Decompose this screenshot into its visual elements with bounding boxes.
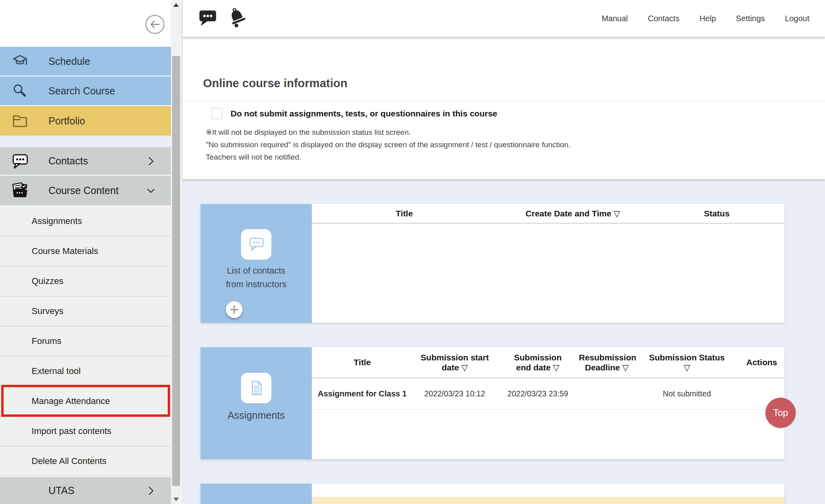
sidebar-subitem-manage-attendance[interactable]: Manage Attendance bbox=[0, 386, 171, 416]
course-content-box-icon bbox=[10, 181, 30, 200]
sidebar-item-schedule[interactable]: Schedule bbox=[0, 47, 171, 76]
sidebar-subitem-import-past-contents[interactable]: Import past contents bbox=[0, 416, 171, 446]
no-submit-option-row: Do not submit assignments, tests, or que… bbox=[211, 108, 497, 119]
next-card-table bbox=[312, 484, 785, 504]
course-info-section: Online course information Do not submit … bbox=[183, 37, 825, 179]
chevron-right-icon bbox=[145, 485, 157, 496]
no-submit-checkbox[interactable] bbox=[211, 108, 223, 119]
page-title: Online course information bbox=[203, 77, 347, 90]
header-submission-status-sort[interactable]: Submission Status ▽ bbox=[635, 352, 739, 372]
contacts-panel-label-line2: from instructors bbox=[201, 278, 312, 291]
header-line2: date ▽ bbox=[413, 362, 497, 372]
no-submit-checkbox-label: Do not submit assignments, tests, or que… bbox=[231, 109, 497, 118]
sidebar-collapse-button[interactable] bbox=[144, 14, 166, 35]
contacts-panel-label-line1: List of contacts bbox=[201, 264, 312, 278]
triangle-up-icon bbox=[173, 3, 179, 7]
sidebar-item-portfolio[interactable]: Portfolio bbox=[0, 106, 171, 136]
scrollbar-up-arrow[interactable] bbox=[171, 0, 181, 10]
sidebar-item-course-content[interactable]: Course Content bbox=[0, 176, 171, 206]
assignment-end-date: 2022/03/23 23:59 bbox=[497, 389, 579, 398]
highlighted-table-row bbox=[312, 497, 785, 504]
chat-bubble-icon bbox=[198, 8, 218, 28]
header-submission-end-sort[interactable]: Submission end date ▽ bbox=[497, 352, 579, 372]
top-menu: Manual Contacts Help Settings Logout bbox=[602, 0, 809, 37]
sidebar-subitem-external-tool[interactable]: External tool bbox=[0, 356, 171, 386]
add-contact-button[interactable] bbox=[226, 301, 243, 318]
search-icon bbox=[10, 81, 30, 100]
sidebar-scrollbar[interactable] bbox=[171, 0, 181, 504]
contacts-table: Title Create Date and Time ▽ Status bbox=[312, 204, 785, 323]
header-line2: end date ▽ bbox=[497, 362, 579, 372]
assignment-table-row: Assignment for Class 1 2022/03/23 10:12 … bbox=[312, 378, 785, 410]
assignment-title-link[interactable]: Assignment for Class 1 bbox=[312, 389, 413, 399]
header-submission-start-sort[interactable]: Submission start date ▽ bbox=[413, 352, 497, 372]
sidebar-item-contacts[interactable]: Contacts bbox=[0, 147, 171, 175]
contacts-table-header: Title Create Date and Time ▽ Status bbox=[312, 204, 785, 224]
sidebar-subitem-forums[interactable]: Forums bbox=[0, 326, 171, 356]
menu-item-manual[interactable]: Manual bbox=[602, 14, 628, 23]
menu-item-settings[interactable]: Settings bbox=[736, 14, 765, 23]
course-content-submenu: Assignments Course Materials Quizzes Sur… bbox=[0, 206, 171, 476]
subitem-label: Course Materials bbox=[32, 246, 98, 256]
sidebar-subitem-assignments[interactable]: Assignments bbox=[0, 206, 171, 236]
contacts-from-instructors-card: List of contacts from instructors Title … bbox=[201, 204, 785, 323]
chevron-right-icon bbox=[145, 156, 157, 167]
subitem-label: Assignments bbox=[32, 216, 82, 226]
speech-bubble-icon bbox=[10, 152, 30, 171]
header-line2: ▽ bbox=[635, 362, 739, 372]
sidebar-item-label: UTAS bbox=[48, 485, 74, 496]
note-line-1: ※It will not be displayed on the submiss… bbox=[206, 128, 411, 137]
assignment-start-date: 2022/03/23 10:12 bbox=[413, 389, 497, 398]
main-content: Manual Contacts Help Settings Logout Onl… bbox=[182, 0, 825, 504]
subitem-label: Import past contents bbox=[32, 426, 111, 436]
assignments-panel-icon-tile bbox=[241, 373, 271, 403]
sidebar-subitem-quizzes[interactable]: Quizzes bbox=[0, 266, 171, 296]
assignments-panel-label: Assignments bbox=[201, 408, 312, 422]
menu-item-contacts[interactable]: Contacts bbox=[648, 14, 679, 23]
header-actions: Actions bbox=[739, 357, 785, 367]
header-line1: Submission bbox=[497, 352, 579, 362]
next-card-panel bbox=[201, 484, 312, 504]
scrollbar-thumb[interactable] bbox=[172, 56, 180, 486]
header-resubmission-deadline-sort[interactable]: Resubmission Deadline ▽ bbox=[579, 352, 635, 372]
section-divider bbox=[183, 101, 825, 101]
contacts-panel-icon-tile bbox=[241, 229, 271, 260]
sidebar-subitem-delete-all-contents[interactable]: Delete All Contents bbox=[0, 446, 171, 476]
assignments-table-header: Title Submission start date ▽ Submission… bbox=[312, 347, 785, 378]
plus-icon bbox=[226, 301, 243, 318]
header-line1: Resubmission bbox=[579, 352, 635, 362]
messages-button[interactable] bbox=[198, 8, 218, 30]
scroll-to-top-button[interactable]: Top bbox=[765, 398, 796, 428]
note-line-2: "No submission required" is displayed on… bbox=[206, 140, 570, 149]
sidebar-item-label: Portfolio bbox=[48, 115, 85, 127]
next-section-card bbox=[201, 484, 785, 504]
assignments-card-panel: Assignments bbox=[201, 347, 312, 459]
subitem-label: Forums bbox=[32, 336, 62, 346]
sidebar-item-search-course[interactable]: Search Course bbox=[0, 76, 171, 105]
header-line2: Deadline ▽ bbox=[579, 362, 635, 372]
header-line1: Title bbox=[312, 357, 413, 367]
header-line1: Actions bbox=[739, 357, 785, 367]
graduation-cap-icon bbox=[10, 52, 30, 71]
menu-item-logout[interactable]: Logout bbox=[785, 14, 809, 23]
header-title: Title bbox=[312, 208, 497, 218]
sidebar-subitem-surveys[interactable]: Surveys bbox=[0, 296, 171, 326]
contacts-panel-label: List of contacts from instructors bbox=[201, 264, 312, 291]
sidebar-item-label: Schedule bbox=[48, 56, 90, 67]
sidebar: Schedule Search Course Portfolio bbox=[0, 0, 171, 504]
assignments-card: Assignments Title Submission start date … bbox=[201, 347, 785, 459]
menu-item-help[interactable]: Help bbox=[699, 14, 716, 23]
lms-course-screen: Schedule Search Course Portfolio bbox=[0, 0, 825, 504]
back-arrow-icon bbox=[144, 14, 166, 35]
assignments-table: Title Submission start date ▽ Submission… bbox=[312, 347, 785, 459]
sidebar-subitem-course-materials[interactable]: Course Materials bbox=[0, 236, 171, 266]
notifications-button[interactable] bbox=[227, 6, 248, 30]
header-create-date-sort[interactable]: Create Date and Time ▽ bbox=[497, 208, 649, 218]
contacts-card-panel: List of contacts from instructors bbox=[201, 204, 312, 323]
subitem-label: External tool bbox=[32, 366, 80, 376]
scrollbar-down-arrow[interactable] bbox=[171, 494, 181, 504]
subitem-label: Quizzes bbox=[32, 276, 63, 286]
note-line-3: Teachers will not be notified. bbox=[206, 153, 301, 162]
sidebar-item-utas[interactable]: UTAS bbox=[0, 477, 171, 504]
bell-icon bbox=[227, 6, 248, 29]
